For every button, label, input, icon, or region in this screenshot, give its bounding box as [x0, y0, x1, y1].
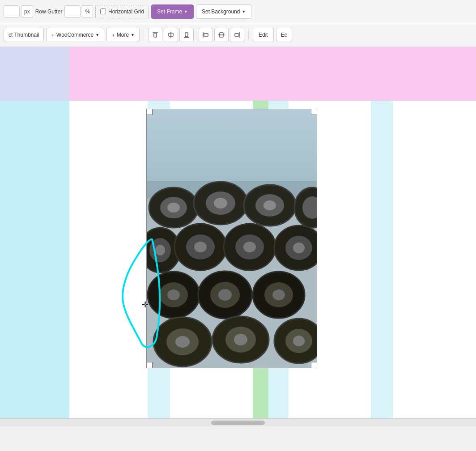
svg-rect-5	[185, 33, 188, 37]
handle-top-right[interactable]	[311, 109, 317, 115]
px-label: px	[21, 5, 33, 18]
woocommerce-button[interactable]: + WooCommerce ▼	[46, 28, 104, 42]
separator-1	[144, 30, 144, 40]
align-bottom-icon	[183, 31, 190, 38]
edit2-button[interactable]: Ec	[276, 28, 292, 42]
more-chevron-icon: ▼	[131, 33, 135, 37]
svg-rect-11	[235, 34, 239, 36]
horizontal-grid-check[interactable]	[100, 9, 106, 14]
handle-bottom-right[interactable]	[311, 362, 317, 368]
grid-col-9	[393, 101, 476, 426]
grid-col-8	[371, 101, 393, 426]
svg-rect-1	[154, 33, 157, 37]
align-right-button[interactable]	[230, 28, 244, 42]
product-thumbnail-label: ct Thumbnail	[8, 32, 39, 38]
align-center-v-icon	[167, 31, 174, 38]
plus-woocommerce-icon: +	[51, 32, 55, 38]
edit-button[interactable]: Edit	[253, 28, 274, 42]
px-value-input[interactable]: 20	[4, 5, 20, 18]
align-center-h-button[interactable]	[214, 28, 229, 42]
more-label: More	[117, 32, 129, 38]
plus-more-icon: +	[111, 32, 115, 38]
woocommerce-chevron-icon: ▼	[95, 33, 99, 37]
set-background-label: Set Background	[202, 9, 240, 15]
more-button[interactable]: + More ▼	[106, 28, 140, 42]
row-gutter-input-group: 3 %	[64, 5, 93, 18]
row-gutter-label: Row Gutter	[35, 9, 63, 15]
set-frame-button[interactable]: Set Frame ▼	[151, 4, 194, 19]
align-group	[148, 28, 244, 42]
handle-top-left[interactable]	[146, 109, 153, 115]
bottom-scrollbar[interactable]	[0, 418, 476, 426]
product-thumbnail-button[interactable]: ct Thumbnail	[4, 28, 44, 42]
canvas-area: ✛	[0, 47, 476, 426]
pink-band	[0, 47, 476, 101]
align-top-icon	[152, 31, 159, 38]
px-value-input-group: 20 px	[4, 5, 33, 18]
align-right-icon	[234, 31, 241, 38]
move-cursor-icon: ✛	[142, 300, 149, 310]
align-left-button[interactable]	[199, 28, 213, 42]
row-gutter-unit: %	[82, 5, 93, 18]
separator-3	[248, 30, 249, 40]
horizontal-grid-checkbox[interactable]: Horizontal Grid	[95, 5, 149, 18]
set-frame-label: Set Frame	[157, 9, 182, 15]
align-bottom-button[interactable]	[179, 28, 194, 42]
set-frame-chevron-icon: ▼	[184, 9, 188, 14]
scrollbar-thumb[interactable]	[211, 421, 265, 425]
horizontal-grid-label: Horizontal Grid	[108, 9, 144, 15]
align-left-icon	[202, 31, 209, 38]
align-top-button[interactable]	[148, 28, 162, 42]
woocommerce-label: WooCommerce	[56, 32, 94, 38]
set-background-chevron-icon: ▼	[242, 9, 246, 14]
edit2-label: Ec	[281, 32, 287, 38]
svg-rect-7	[204, 34, 208, 36]
annotation-drawing	[119, 235, 190, 347]
row-gutter-input[interactable]: 3	[64, 5, 81, 18]
align-center-v-button[interactable]	[164, 28, 178, 42]
left-cyan-col	[0, 47, 69, 426]
align-center-h-icon	[218, 31, 225, 38]
separator-2	[196, 30, 196, 40]
handle-bottom-left[interactable]	[146, 362, 153, 368]
set-background-button[interactable]: Set Background ▼	[196, 4, 251, 19]
edit-label: Edit	[259, 32, 268, 38]
